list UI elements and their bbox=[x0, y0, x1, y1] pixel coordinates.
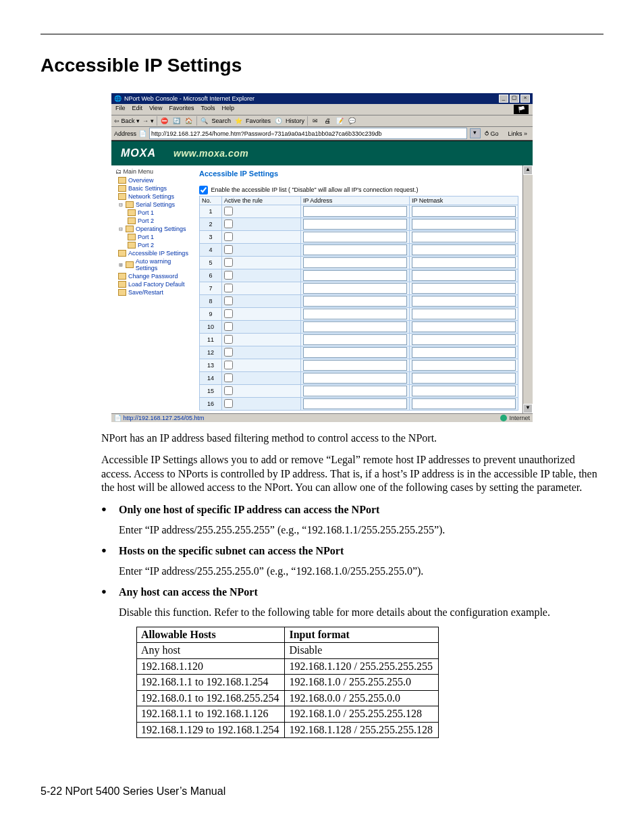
ip-netmask-input[interactable] bbox=[412, 257, 516, 268]
menu-help[interactable]: Help bbox=[221, 105, 234, 114]
scroll-up-icon[interactable]: ▲ bbox=[523, 165, 533, 175]
ip-address-input[interactable] bbox=[303, 296, 407, 307]
sidebar-item-serial-port2[interactable]: Port 2 bbox=[113, 217, 194, 225]
sidebar-item-auto-warning[interactable]: ⊞Auto warning Settings bbox=[113, 257, 194, 272]
table-row: 15 bbox=[200, 385, 518, 398]
active-rule-checkbox[interactable] bbox=[224, 219, 233, 228]
active-rule-checkbox[interactable] bbox=[224, 309, 233, 318]
ip-address-input[interactable] bbox=[303, 232, 407, 242]
ip-netmask-input[interactable] bbox=[412, 219, 516, 230]
active-rule-checkbox[interactable] bbox=[224, 373, 233, 382]
ip-address-input[interactable] bbox=[303, 270, 407, 281]
ip-address-input[interactable] bbox=[303, 283, 407, 294]
active-rule-checkbox[interactable] bbox=[224, 232, 233, 241]
ip-address-input[interactable] bbox=[303, 309, 407, 319]
scrollbar[interactable]: ▲ ▼ bbox=[522, 165, 533, 413]
ip-netmask-input[interactable] bbox=[412, 296, 516, 307]
ip-netmask-input[interactable] bbox=[412, 386, 516, 396]
ip-netmask-input[interactable] bbox=[412, 360, 516, 371]
active-rule-checkbox[interactable] bbox=[224, 207, 233, 215]
ip-netmask-input[interactable] bbox=[412, 334, 516, 345]
ip-netmask-input[interactable] bbox=[412, 321, 516, 332]
sidebar-item-operating-settings[interactable]: ⊟Operating Settings bbox=[113, 225, 194, 233]
favorites-label[interactable]: Favorites bbox=[246, 118, 271, 124]
ip-address-input[interactable] bbox=[303, 244, 407, 255]
ip-netmask-input[interactable] bbox=[412, 244, 516, 255]
ip-address-input[interactable] bbox=[303, 386, 407, 396]
menu-tools[interactable]: Tools bbox=[200, 105, 215, 114]
ip-netmask-input[interactable] bbox=[412, 398, 516, 409]
menu-edit[interactable]: Edit bbox=[132, 105, 143, 114]
table-row: 14 bbox=[200, 372, 518, 385]
ip-address-input[interactable] bbox=[303, 334, 407, 345]
menu-favorites[interactable]: Favorites bbox=[169, 105, 194, 114]
active-rule-checkbox[interactable] bbox=[224, 258, 233, 267]
expand-icon[interactable]: ⊞ bbox=[118, 261, 124, 268]
ip-address-input[interactable] bbox=[303, 219, 407, 230]
search-icon[interactable]: 🔍 bbox=[200, 116, 209, 126]
discuss-icon[interactable]: 💬 bbox=[347, 116, 356, 126]
enable-ip-list-checkbox[interactable] bbox=[199, 186, 208, 194]
ip-address-input[interactable] bbox=[303, 321, 407, 332]
active-rule-checkbox[interactable] bbox=[224, 271, 233, 280]
sidebar-item-operating-port2[interactable]: Port 2 bbox=[113, 241, 194, 249]
favorites-icon[interactable]: ⭐ bbox=[234, 116, 243, 126]
menu-file[interactable]: File bbox=[115, 105, 126, 114]
stop-icon[interactable]: ⛔ bbox=[160, 116, 169, 126]
close-button[interactable]: × bbox=[520, 95, 530, 103]
history-label[interactable]: History bbox=[286, 118, 304, 124]
active-rule-checkbox[interactable] bbox=[224, 296, 233, 305]
active-rule-checkbox[interactable] bbox=[224, 335, 233, 344]
search-label[interactable]: Search bbox=[212, 118, 232, 124]
sidebar-item-serial-port1[interactable]: Port 1 bbox=[113, 209, 194, 217]
history-icon[interactable]: 🕓 bbox=[273, 116, 283, 126]
ip-address-input[interactable] bbox=[303, 373, 407, 384]
mail-icon[interactable]: ✉ bbox=[311, 116, 320, 126]
forward-button[interactable]: → ▾ bbox=[142, 118, 154, 124]
go-button[interactable]: ⥀ Go bbox=[483, 130, 500, 137]
ip-address-input[interactable] bbox=[303, 398, 407, 409]
sidebar-item-operating-port1[interactable]: Port 1 bbox=[113, 233, 194, 241]
sidebar-item-accessible-ip[interactable]: Accessible IP Settings bbox=[113, 249, 194, 257]
sidebar-item-basic-settings[interactable]: Basic Settings bbox=[113, 184, 194, 192]
edit-icon[interactable]: 📝 bbox=[335, 116, 344, 126]
sidebar-item-serial-settings[interactable]: ⊟Serial Settings bbox=[113, 201, 194, 209]
address-input[interactable] bbox=[149, 128, 467, 139]
ip-address-input[interactable] bbox=[303, 257, 407, 268]
ip-netmask-input[interactable] bbox=[412, 373, 516, 384]
sidebar-item-overview[interactable]: Overview bbox=[113, 176, 194, 184]
ip-address-input[interactable] bbox=[303, 360, 407, 371]
active-rule-checkbox[interactable] bbox=[224, 361, 233, 369]
active-rule-checkbox[interactable] bbox=[224, 386, 233, 395]
ip-netmask-input[interactable] bbox=[412, 270, 516, 281]
home-icon[interactable]: 🏠 bbox=[184, 116, 194, 126]
menu-view[interactable]: View bbox=[149, 105, 162, 114]
active-rule-checkbox[interactable] bbox=[224, 399, 233, 408]
ip-address-input[interactable] bbox=[303, 347, 407, 358]
ip-netmask-input[interactable] bbox=[412, 309, 516, 319]
address-dropdown-icon[interactable]: ▾ bbox=[470, 128, 481, 138]
refresh-icon[interactable]: 🔄 bbox=[172, 116, 182, 126]
collapse-icon[interactable]: ⊟ bbox=[118, 226, 124, 232]
collapse-icon[interactable]: ⊟ bbox=[118, 201, 124, 208]
print-icon[interactable]: 🖨 bbox=[323, 116, 332, 126]
minimize-button[interactable]: _ bbox=[499, 95, 508, 103]
ip-netmask-input[interactable] bbox=[412, 232, 516, 242]
active-rule-checkbox[interactable] bbox=[224, 322, 233, 331]
active-rule-checkbox[interactable] bbox=[224, 284, 233, 292]
sidebar-item-change-password[interactable]: Change Password bbox=[113, 272, 194, 280]
sidebar-item-save-restart[interactable]: Save/Restart bbox=[113, 288, 194, 296]
ip-netmask-input[interactable] bbox=[412, 283, 516, 294]
ip-netmask-input[interactable] bbox=[412, 206, 516, 217]
sidebar-item-network-settings[interactable]: Network Settings bbox=[113, 192, 194, 201]
ip-netmask-input[interactable] bbox=[412, 347, 516, 358]
ip-address-input[interactable] bbox=[303, 206, 407, 217]
links-label[interactable]: Links » bbox=[505, 130, 530, 137]
active-rule-checkbox[interactable] bbox=[224, 348, 233, 357]
active-rule-checkbox[interactable] bbox=[224, 245, 233, 254]
back-button[interactable]: ⇦ Back ▾ bbox=[114, 118, 140, 124]
table-row: 192.168.1.120192.168.1.120 / 255.255.255… bbox=[137, 658, 439, 674]
scroll-down-icon[interactable]: ▼ bbox=[523, 404, 533, 413]
maximize-button[interactable]: ▢ bbox=[510, 95, 519, 103]
sidebar-item-load-factory-default[interactable]: Load Factory Default bbox=[113, 280, 194, 288]
